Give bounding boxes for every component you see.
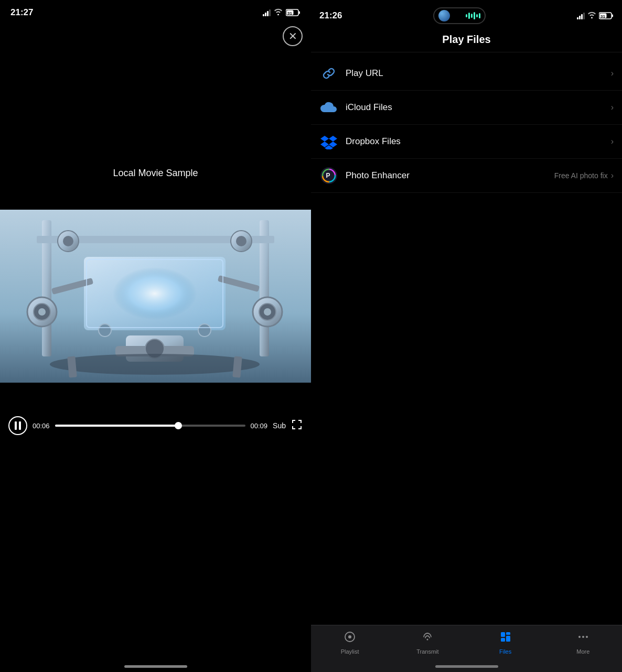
play-url-icon — [319, 64, 338, 83]
left-time: 21:27 — [10, 7, 33, 18]
pause-button[interactable] — [8, 416, 27, 435]
svg-text:31: 31 — [287, 11, 292, 16]
photo-enhancer-sublabel: Free AI photo fix — [554, 171, 608, 180]
pause-icon — [14, 421, 22, 430]
svg-point-17 — [264, 308, 271, 316]
svg-point-46 — [578, 636, 581, 638]
more-icon — [577, 631, 589, 646]
svg-point-26 — [99, 324, 111, 337]
icloud-label: iCloud Files — [346, 102, 611, 113]
island-avatar — [438, 10, 450, 21]
tab-transmit[interactable]: Transmit — [389, 631, 466, 655]
svg-rect-43 — [506, 632, 510, 635]
movie-title: Local Movie Sample — [113, 168, 198, 179]
current-time: 00:06 — [33, 422, 50, 430]
island-waveform — [466, 12, 480, 19]
svg-point-13 — [38, 308, 46, 316]
playlist-icon — [344, 631, 356, 646]
left-status-bar: 21:27 31 — [0, 0, 311, 23]
svg-point-41 — [427, 639, 428, 641]
play-url-label: Play URL — [346, 68, 611, 79]
dropbox-logo-icon — [320, 134, 337, 149]
page-title: Play Files — [442, 34, 490, 45]
photo-enhancer-icon: P — [319, 166, 338, 185]
svg-point-27 — [198, 324, 211, 337]
tab-transmit-label: Transmit — [416, 648, 438, 655]
right-signal-icon — [577, 12, 585, 19]
fullscreen-button[interactable] — [291, 419, 303, 433]
right-time: 21:26 — [319, 10, 342, 21]
svg-point-6 — [113, 267, 197, 320]
wifi-icon — [274, 8, 283, 17]
svg-rect-34 — [612, 15, 613, 17]
svg-point-21 — [236, 236, 246, 246]
svg-text:31: 31 — [600, 14, 605, 19]
menu-item-photo-enhancer[interactable]: P Photo Enhancer Free AI photo fix › — [311, 159, 622, 193]
dynamic-island-area — [433, 7, 486, 24]
right-battery-icon: 31 — [599, 12, 614, 19]
right-panel: 21:26 — [311, 0, 622, 672]
dropbox-chevron: › — [611, 137, 614, 146]
tab-playlist[interactable]: Playlist — [311, 631, 389, 655]
dropbox-icon — [319, 132, 338, 151]
svg-point-25 — [50, 354, 260, 375]
photo-enhancer-label: Photo Enhancer — [346, 170, 554, 181]
total-time: 00:09 — [251, 422, 268, 430]
close-button[interactable]: ✕ — [283, 26, 303, 46]
tab-more-label: More — [576, 648, 589, 655]
photo-enhancer-chevron: › — [611, 171, 614, 180]
icloud-cloud-icon — [320, 101, 338, 114]
svg-point-19 — [63, 236, 73, 246]
page-title-bar: Play Files — [311, 29, 622, 52]
svg-point-40 — [348, 635, 351, 638]
progress-thumb[interactable] — [175, 422, 182, 429]
right-home-indicator — [435, 665, 498, 668]
svg-rect-1 — [299, 12, 301, 14]
signal-bars-icon — [263, 9, 271, 16]
icloud-chevron: › — [611, 103, 614, 112]
photo-enhancer-logo-icon: P — [320, 167, 338, 185]
left-home-indicator — [124, 665, 187, 668]
tab-playlist-label: Playlist — [341, 648, 359, 655]
tab-files-label: Files — [499, 648, 511, 655]
tab-more[interactable]: More — [544, 631, 622, 655]
menu-item-dropbox[interactable]: Dropbox Files › — [311, 125, 622, 159]
link-icon — [321, 66, 337, 81]
svg-rect-31 — [15, 421, 17, 430]
video-frame — [0, 210, 311, 383]
battery-icon: 31 — [286, 9, 301, 16]
right-status-icons: 31 — [577, 12, 614, 20]
svg-rect-44 — [501, 638, 505, 642]
left-panel: 21:27 31 — [0, 0, 311, 672]
menu-list: Play URL › iCloud Files › — [311, 52, 622, 672]
right-wifi-icon — [587, 12, 596, 20]
svg-point-48 — [586, 636, 588, 638]
progress-bar[interactable] — [55, 425, 245, 427]
menu-item-icloud[interactable]: iCloud Files › — [311, 91, 622, 125]
fullscreen-icon — [291, 419, 303, 430]
icloud-icon — [319, 98, 338, 117]
close-icon: ✕ — [288, 30, 297, 42]
progress-fill — [55, 425, 179, 427]
play-url-chevron: › — [611, 69, 614, 78]
right-status-bar: 21:26 — [311, 0, 622, 29]
files-icon — [499, 631, 512, 646]
video-player[interactable] — [0, 210, 311, 383]
left-status-icons: 31 — [263, 8, 301, 17]
menu-item-play-url[interactable]: Play URL › — [311, 57, 622, 91]
dynamic-island — [433, 7, 486, 24]
svg-rect-42 — [501, 632, 505, 637]
svg-text:P: P — [326, 172, 330, 179]
playback-controls[interactable]: 00:06 00:09 Sub — [0, 410, 311, 441]
tab-files[interactable]: Files — [467, 631, 544, 655]
svg-rect-32 — [19, 421, 21, 430]
subtitle-button[interactable]: Sub — [273, 421, 286, 430]
dropbox-label: Dropbox Files — [346, 136, 611, 147]
svg-rect-45 — [506, 636, 510, 642]
transmit-icon — [421, 631, 434, 646]
svg-point-47 — [582, 636, 584, 638]
